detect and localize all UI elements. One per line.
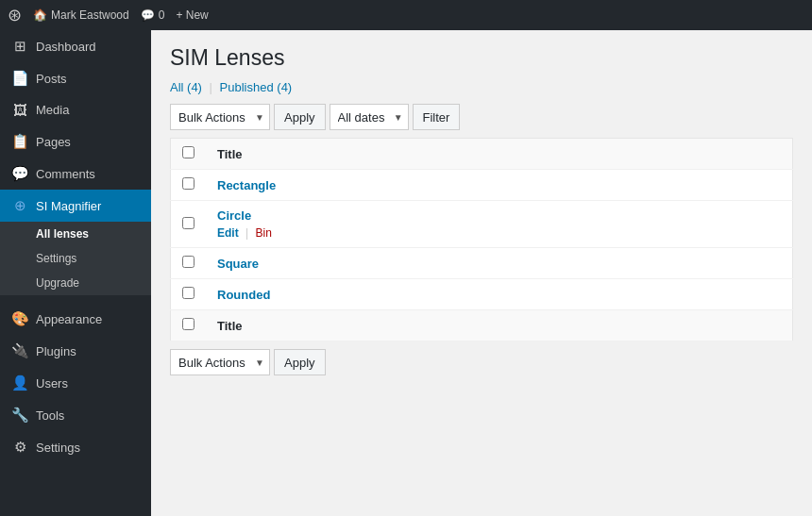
sidebar-submenu-item-settings[interactable]: Settings [0,246,151,271]
table-row: Circle Edit | Bin [171,201,793,248]
posts-icon: 📄 [11,70,28,87]
table-header-row: Title [171,139,793,170]
dashboard-icon: ⊞ [11,38,28,55]
row-actions: Edit | Bin [217,226,781,240]
row-title-cell: Square [206,248,793,279]
sidebar-item-posts[interactable]: 📄 Posts [0,62,151,94]
row-title-cell: Rectangle [206,170,793,201]
sidebar-item-settings[interactable]: ⚙ Settings [0,431,151,463]
sidebar-item-label: Comments [36,167,95,181]
sidebar-item-pages[interactable]: 📋 Pages [0,125,151,158]
filter-published-count: (4) [277,80,292,94]
users-icon: 👤 [11,375,28,391]
filter-button[interactable]: Filter [413,104,461,130]
lenses-table: Title Rectangle [170,138,793,341]
filter-all-link[interactable]: All (4) [170,80,202,94]
bottom-apply-button[interactable]: Apply [274,349,326,375]
row-title-cell: Circle Edit | Bin [206,201,793,248]
header-title-label: Title [217,147,243,161]
dates-wrapper: All dates ▼ [330,104,409,130]
table-footer-title-row: Title [171,310,793,341]
sidebar-item-label: Users [36,376,68,391]
sidebar-item-label: Settings [36,441,80,455]
row-checkbox[interactable] [182,287,195,299]
sidebar-item-comments[interactable]: 💬 Comments [0,158,151,190]
sidebar-item-label: Posts [36,72,67,86]
sidebar: ⊞ Dashboard 📄 Posts 🖼 Media 📋 Pages 💬 Co… [0,30,151,516]
row-title-link[interactable]: Square [217,257,259,271]
top-toolbar: Bulk Actions ▼ Apply All dates ▼ Filter [170,104,793,130]
bottom-toolbar: Bulk Actions ▼ Apply [170,349,793,375]
settings-icon: ⚙ [11,439,28,456]
sidebar-item-plugins[interactable]: 🔌 Plugins [0,335,151,367]
sidebar-item-media[interactable]: 🖼 Media [0,94,151,125]
sidebar-item-dashboard[interactable]: ⊞ Dashboard [0,30,151,62]
table-row: Rounded [171,279,793,310]
row-bin-link[interactable]: Bin [255,226,271,240]
row-title-link[interactable]: Rounded [217,288,270,302]
header-title-col: Title [206,139,793,170]
sidebar-item-label: Media [36,103,69,117]
row-checkbox[interactable] [182,256,195,268]
footer-row-checkbox-cell [171,310,207,341]
sidebar-item-label: Tools [36,408,64,423]
comments-count: 0 [159,8,165,22]
wp-logo[interactable]: ⊛ [8,5,22,25]
sidebar-item-appearance[interactable]: 🎨 Appearance [0,303,151,335]
comment-icon: 💬 [141,8,155,22]
footer-row-checkbox[interactable] [182,318,195,330]
bulk-actions-select[interactable]: Bulk Actions [170,104,270,130]
sidebar-item-label: Pages [36,135,71,149]
row-checkbox[interactable] [182,217,195,229]
filter-sep: | [210,80,212,94]
row-title-cell: Rounded [206,279,793,310]
row-edit-link[interactable]: Edit [217,226,239,240]
topbar: ⊛ 🏠 Mark Eastwood 💬 0 + New [0,0,812,30]
sidebar-item-users[interactable]: 👤 Users [0,367,151,399]
table-row: Square [171,248,793,279]
apply-button[interactable]: Apply [274,104,326,130]
sidebar-submenu: All lenses Settings Upgrade [0,222,151,295]
sidebar-item-tools[interactable]: 🔧 Tools [0,399,151,431]
new-content-link[interactable]: + New [176,8,208,22]
tools-icon: 🔧 [11,407,28,424]
media-icon: 🖼 [11,102,28,118]
sidebar-submenu-item-all-lenses[interactable]: All lenses [0,222,151,246]
site-name-link[interactable]: 🏠 Mark Eastwood [33,8,129,22]
sidebar-submenu-item-upgrade[interactable]: Upgrade [0,271,151,295]
sidebar-item-label: Appearance [36,312,102,326]
row-checkbox-cell [171,170,207,201]
filter-links: All (4) | Published (4) [170,80,793,94]
site-name: Mark Eastwood [51,8,129,22]
row-title-link[interactable]: Circle [217,208,251,223]
appearance-icon: 🎨 [11,310,28,327]
header-checkbox-col [171,139,207,170]
bottom-bulk-actions-wrapper: Bulk Actions ▼ [170,349,270,375]
comments-icon: 💬 [11,165,28,182]
page-title: SIM Lenses [170,45,793,71]
bulk-actions-wrapper: Bulk Actions ▼ [170,104,270,130]
house-icon: 🏠 [33,8,47,22]
row-title-link[interactable]: Rectangle [217,178,276,192]
row-action-sep: | [245,226,248,240]
sidebar-item-label: Dashboard [36,40,96,54]
select-all-checkbox[interactable] [182,146,195,158]
row-checkbox-cell [171,279,207,310]
si-magnifier-icon: ⊕ [11,197,28,214]
footer-row-title-label: Title [217,319,243,333]
new-label: + New [176,8,208,22]
sidebar-item-si-magnifier[interactable]: ⊕ SI Magnifier [0,190,151,222]
row-checkbox[interactable] [182,177,195,190]
pages-icon: 📋 [11,133,28,150]
sidebar-item-label: SI Magnifier [36,199,101,213]
main-content: SIM Lenses All (4) | Published (4) Bulk … [151,30,812,516]
plugins-icon: 🔌 [11,342,28,359]
dates-select[interactable]: All dates [330,104,409,130]
comments-link[interactable]: 💬 0 [141,8,165,22]
bottom-bulk-actions-select[interactable]: Bulk Actions [170,349,270,375]
footer-row-title-cell: Title [206,310,793,341]
filter-published-link[interactable]: Published (4) [220,80,293,94]
wp-icon: ⊛ [8,5,22,25]
table-row: Rectangle [171,170,793,201]
row-checkbox-cell [171,201,207,248]
